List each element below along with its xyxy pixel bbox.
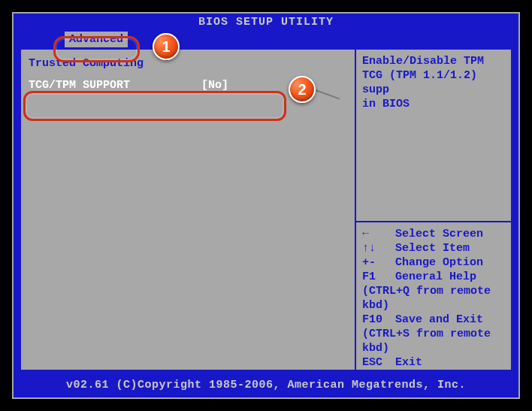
nav-action: Change Option (395, 255, 505, 270)
nav-exit: ESC Exit (362, 355, 505, 370)
help-line: Enable/Disable TPM (362, 54, 505, 68)
nav-change-option: +- Change Option (362, 255, 505, 270)
footer-copyright: v02.61 (C)Copyright 1985-2006, American … (14, 376, 518, 397)
nav-note: (CTRL+Q from remote kbd) (362, 284, 505, 313)
tab-advanced[interactable]: Advanced (65, 32, 128, 47)
nav-key: ↑↓ (362, 241, 395, 255)
nav-select-item: ↑↓ Select Item (362, 241, 505, 255)
nav-action: General Help (395, 270, 505, 284)
nav-key: ESC (362, 355, 395, 370)
nav-key: +- (362, 255, 395, 270)
nav-select-screen: ← Select Screen (362, 227, 505, 241)
nav-save-exit: F10 Save and Exit (362, 313, 505, 327)
tab-row: Advanced (14, 30, 518, 48)
nav-key: F10 (362, 313, 395, 327)
nav-action: Select Screen (395, 227, 505, 241)
help-line: TCG (TPM 1.1/1.2) supp (362, 68, 505, 97)
help-panel: Enable/Disable TPM TCG (TPM 1.1/1.2) sup… (355, 48, 512, 371)
nav-help: ← Select Screen ↑↓ Select Item +- Change… (356, 222, 511, 374)
option-tcg-tpm-support[interactable]: TCG/TPM SUPPORT [No] (29, 76, 347, 95)
nav-general-help: F1 General Help (362, 270, 505, 284)
help-line: in BIOS (362, 97, 505, 111)
nav-note: (CTRL+S from remote kbd) (362, 327, 505, 355)
window-title: BIOS SETUP UTILITY (14, 14, 518, 30)
nav-action: Save and Exit (395, 313, 505, 327)
work-area: Trusted Computing TCG/TPM SUPPORT [No] E… (20, 48, 512, 371)
bios-window: BIOS SETUP UTILITY Advanced Trusted Comp… (12, 12, 520, 399)
option-label: TCG/TPM SUPPORT (29, 79, 201, 92)
nav-key: F1 (362, 270, 395, 284)
nav-key: ← (362, 227, 395, 241)
help-description: Enable/Disable TPM TCG (TPM 1.1/1.2) sup… (356, 50, 511, 222)
settings-panel: Trusted Computing TCG/TPM SUPPORT [No] (20, 48, 355, 371)
option-value: [No] (201, 79, 228, 92)
nav-action: Exit (395, 355, 505, 370)
nav-action: Select Item (395, 241, 505, 255)
section-title: Trusted Computing (29, 54, 347, 76)
